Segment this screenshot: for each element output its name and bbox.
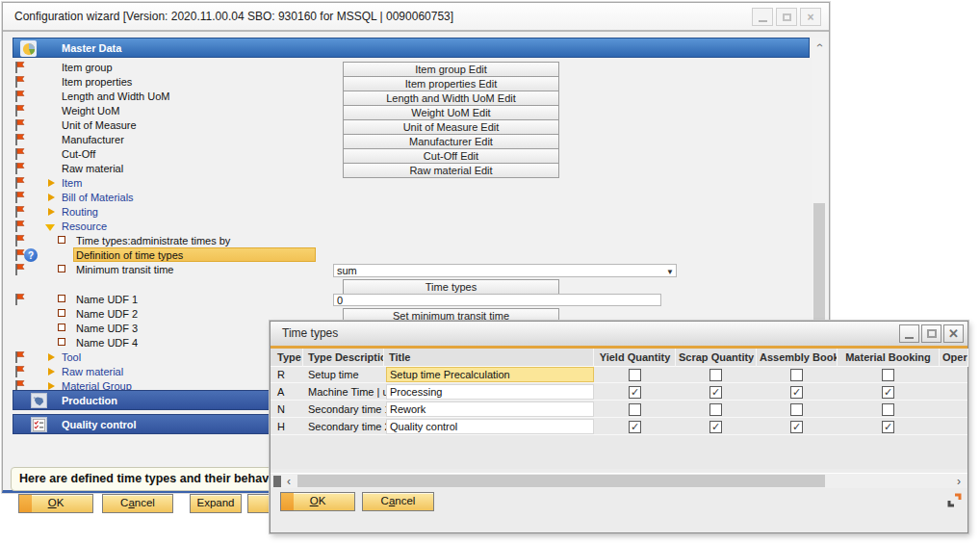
- table-row-H[interactable]: HSecondary time 2Quality control✓✓✓✓: [271, 419, 967, 435]
- tree-item-label: Name UDF 3: [76, 323, 138, 334]
- item-group-edit-button[interactable]: Item group Edit: [343, 62, 559, 77]
- dialog-close-button[interactable]: ✕: [943, 324, 964, 343]
- main-titlebar[interactable]: Configuration wizard [Version: 2020.11.0…: [3, 3, 829, 32]
- column-header-type-description[interactable]: Type Description: [305, 349, 384, 367]
- close-button[interactable]: ×: [800, 8, 821, 26]
- resize-grip-icon[interactable]: [947, 493, 962, 507]
- table-row-N[interactable]: NSecondary time 1Rework: [271, 402, 967, 418]
- collapse-arrow-icon[interactable]: [45, 224, 55, 231]
- column-header-yield-quantity[interactable]: Yield Quantity: [595, 349, 676, 367]
- tree-item-definition-of-time-types[interactable]: ?Definition of time types: [3, 248, 807, 263]
- time-types-button[interactable]: Time types: [343, 279, 559, 295]
- dialog-titlebar[interactable]: Time types ✕: [271, 322, 967, 346]
- ok-button[interactable]: OK: [280, 492, 355, 511]
- item-properties-edit-button[interactable]: Item properties Edit: [343, 76, 559, 91]
- dialog-maximize-button[interactable]: [921, 324, 941, 343]
- assembly-booking-checkbox[interactable]: [790, 403, 803, 416]
- column-header-type[interactable]: Type: [274, 349, 303, 367]
- expand-arrow-icon[interactable]: [48, 382, 55, 390]
- ok-button[interactable]: OK: [18, 494, 93, 513]
- raw-material-edit-button[interactable]: Raw material Edit: [343, 163, 559, 178]
- column-header-title[interactable]: Title: [386, 349, 594, 367]
- maximize-icon: [927, 329, 937, 338]
- tree-checkbox[interactable]: [58, 236, 65, 244]
- title-cell[interactable]: Setup time Precalculation: [386, 367, 594, 382]
- yield-quantity-checkbox[interactable]: [629, 369, 641, 381]
- time-types-table-header: TypeType DescriptionTitleYield QuantityS…: [271, 349, 967, 367]
- length-and-width-uom-edit-button[interactable]: Length and Width UoM Edit: [343, 91, 559, 106]
- title-cell[interactable]: Processing: [386, 384, 594, 400]
- title-cell[interactable]: Quality control: [386, 419, 594, 434]
- unit-of-measure-edit-button[interactable]: Unit of Measure Edit: [343, 119, 559, 135]
- expand-arrow-icon[interactable]: [48, 179, 55, 187]
- column-header-material-booking[interactable]: Material Booking: [838, 349, 940, 367]
- tree-item-label: Cut-Off: [62, 148, 95, 160]
- expand-arrow-icon[interactable]: [48, 208, 55, 216]
- scroll-right-icon[interactable]: ›: [952, 474, 966, 489]
- assembly-booking-checkbox[interactable]: [790, 369, 803, 381]
- yield-quantity-checkbox[interactable]: ✓: [629, 386, 641, 399]
- manufacturer-edit-button[interactable]: Manufacturer Edit: [343, 134, 559, 149]
- tree-item-label: Item: [62, 177, 82, 189]
- minimum-transit-input[interactable]: [333, 294, 661, 306]
- type-cell: H: [274, 420, 303, 434]
- material-booking-checkbox[interactable]: ✓: [882, 386, 894, 399]
- tree-item-item[interactable]: Item: [3, 176, 807, 191]
- scrap-quantity-checkbox[interactable]: ✓: [709, 421, 722, 433]
- tree-item-label: Minimum transit time: [76, 264, 173, 275]
- tree-checkbox[interactable]: [58, 265, 65, 272]
- table-row-A[interactable]: AMachine Time | unitProcessing✓✓✓✓: [271, 384, 967, 401]
- weight-uom-edit-button[interactable]: Weight UoM Edit: [343, 105, 559, 120]
- tree-checkbox[interactable]: [58, 309, 65, 317]
- tree-checkbox[interactable]: [58, 295, 65, 302]
- administrate-times-dropdown[interactable]: sum ▼: [333, 264, 677, 277]
- column-header-opera[interactable]: Opera: [940, 349, 968, 367]
- scrollbar-up-icon[interactable]: ›: [812, 38, 827, 53]
- maximize-button[interactable]: [776, 8, 797, 26]
- type-cell: R: [274, 368, 303, 382]
- minimize-button[interactable]: [752, 8, 773, 26]
- yield-quantity-checkbox[interactable]: [629, 403, 641, 416]
- hand-icon: [31, 393, 47, 408]
- tree-item-routing[interactable]: Routing: [3, 205, 807, 220]
- default-button-strip: [19, 495, 32, 512]
- material-booking-checkbox[interactable]: ✓: [882, 421, 894, 433]
- expand-button[interactable]: Expand: [190, 494, 242, 513]
- scrap-quantity-checkbox[interactable]: [709, 403, 722, 416]
- cancel-button[interactable]: Cancel: [362, 492, 434, 511]
- assembly-booking-checkbox[interactable]: ✓: [790, 386, 803, 399]
- column-header-assembly-booking[interactable]: Assembly Booking: [757, 349, 838, 367]
- scrap-quantity-checkbox[interactable]: [709, 369, 722, 381]
- horizontal-scrollbar[interactable]: ‹ ›: [271, 473, 967, 488]
- expand-arrow-icon[interactable]: [48, 368, 55, 376]
- material-booking-checkbox[interactable]: [882, 403, 894, 416]
- dialog-minimize-button[interactable]: [899, 324, 919, 343]
- expand-arrow-icon[interactable]: [48, 194, 55, 201]
- column-header-scrap-quantity[interactable]: Scrap Quantity: [676, 349, 757, 367]
- table-row-R[interactable]: RSetup timeSetup time Precalculation: [271, 367, 967, 383]
- scrap-quantity-checkbox[interactable]: ✓: [709, 386, 722, 399]
- assembly-booking-checkbox[interactable]: ✓: [790, 421, 803, 433]
- scroll-left-icon[interactable]: ‹: [282, 474, 296, 489]
- close-icon: ✕: [948, 327, 959, 340]
- tree-item-resource[interactable]: Resource: [3, 220, 807, 234]
- cancel-button[interactable]: Cancel: [102, 494, 173, 513]
- horizontal-scrollbar-thumb[interactable]: [297, 475, 825, 487]
- cut-off-edit-button[interactable]: Cut-Off Edit: [343, 148, 559, 164]
- tree-item-time-types-administrate-times-by[interactable]: Time types:administrate times by: [3, 234, 807, 248]
- tree-checkbox[interactable]: [58, 324, 65, 331]
- tree-checkbox[interactable]: [58, 338, 65, 346]
- master-data-header[interactable]: Master Data: [13, 38, 810, 58]
- flag-icon: [14, 133, 25, 148]
- material-booking-checkbox[interactable]: [882, 369, 894, 381]
- tree-item-label: Item group: [62, 62, 113, 73]
- scrollbar-split-handle[interactable]: [273, 476, 281, 487]
- title-cell[interactable]: Rework: [386, 402, 594, 417]
- tree-item-label: Routing: [62, 206, 98, 218]
- time-types-table: RSetup timeSetup time PrecalculationAMac…: [271, 367, 967, 469]
- flag-icon: [14, 162, 25, 177]
- yield-quantity-checkbox[interactable]: ✓: [629, 421, 641, 433]
- tree-item-bill-of-materials[interactable]: Bill of Materials: [3, 191, 807, 205]
- expand-arrow-icon[interactable]: [48, 353, 55, 361]
- time-types-dialog: Time types ✕ TypeType DescriptionTitleYi…: [270, 321, 968, 533]
